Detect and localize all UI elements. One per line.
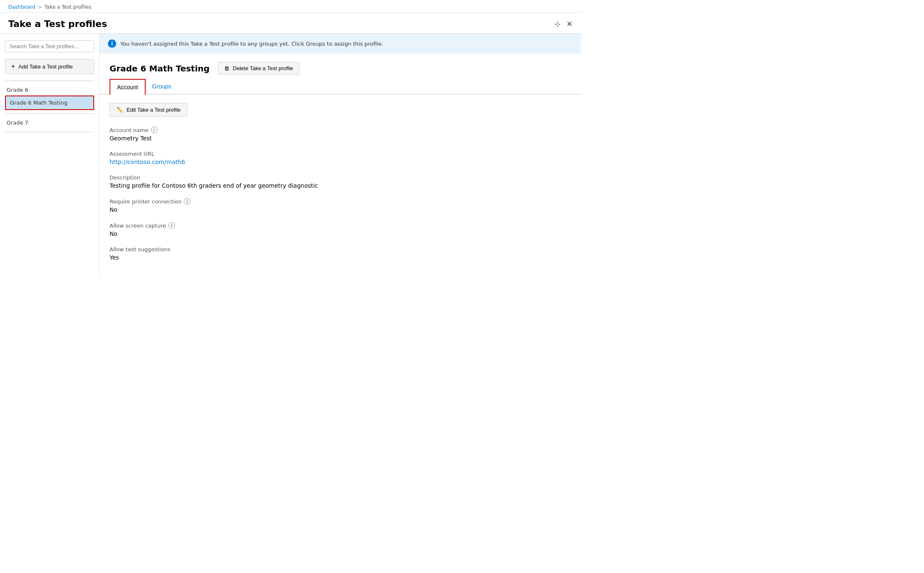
main-layout: + Add Take a Test profile Grade 6 Grade … (0, 33, 581, 278)
edit-icon: ✏️ (117, 107, 123, 113)
add-profile-button[interactable]: + Add Take a Test profile (5, 59, 94, 74)
field-printer-connection: Require printer connection i No (110, 198, 571, 213)
tab-account[interactable]: Account (110, 79, 146, 95)
description-value: Testing profile for Contoso 6th graders … (110, 182, 571, 189)
content-area: i You haven't assigned this Take a Test … (100, 34, 581, 278)
top-bar: Dashboard > Take a Test profiles (0, 0, 581, 13)
sidebar-item-grade6-math[interactable]: Grade 6 Math Testing (5, 96, 94, 110)
sidebar-group-grade7: Grade 7 (5, 117, 94, 128)
field-text-suggestions: Allow text suggestions Yes (110, 246, 571, 261)
field-screen-capture: Allow screen capture i No (110, 222, 571, 237)
field-description: Description Testing profile for Contoso … (110, 174, 571, 189)
breadcrumb: Dashboard > Take a Test profiles (8, 4, 91, 10)
tab-account-label: Account (117, 84, 138, 91)
assessment-url-value[interactable]: http://contoso.com/math6 (110, 159, 185, 165)
pin-icon: ⊹ (554, 20, 561, 28)
trash-icon: 🗑 (224, 65, 229, 71)
sidebar-divider-top (5, 81, 94, 81)
sidebar: + Add Take a Test profile Grade 6 Grade … (0, 34, 100, 278)
page-title: Take a Test profiles (8, 19, 107, 29)
tab-groups[interactable]: Groups (146, 79, 178, 94)
search-input[interactable] (5, 40, 94, 52)
add-profile-label: Add Take a Test profile (18, 64, 73, 70)
printer-connection-label: Require printer connection i (110, 198, 571, 205)
account-name-info-icon: i (151, 127, 158, 133)
field-assessment-url: Assessment URL http://contoso.com/math6 (110, 151, 571, 165)
screen-capture-info-icon: i (168, 222, 175, 229)
delete-profile-button[interactable]: 🗑 Delete Take a Test profile (218, 62, 300, 75)
close-button[interactable]: ✕ (566, 20, 573, 29)
breadcrumb-dashboard-link[interactable]: Dashboard (8, 4, 35, 10)
assessment-url-label: Assessment URL (110, 151, 571, 157)
breadcrumb-current: Take a Test profiles (44, 4, 91, 10)
breadcrumb-separator: > (38, 4, 42, 10)
delete-button-label: Delete Take a Test profile (233, 65, 293, 71)
info-banner-text: You haven't assigned this Take a Test pr… (120, 41, 383, 47)
screen-capture-value: No (110, 230, 571, 237)
profile-title: Grade 6 Math Testing (110, 64, 210, 73)
account-content: ✏️ Edit Take a Test profile Account name… (100, 95, 581, 278)
printer-connection-value: No (110, 206, 571, 213)
info-banner: i You haven't assigned this Take a Test … (100, 34, 581, 54)
sidebar-divider-bottom (5, 132, 94, 132)
text-suggestions-label: Allow text suggestions (110, 246, 571, 252)
account-name-label: Account name i (110, 127, 571, 133)
field-account-name: Account name i Geometry Test (110, 127, 571, 142)
edit-button-label: Edit Take a Test profile (127, 107, 180, 113)
page-title-bar: Take a Test profiles ⊹ ✕ (0, 13, 581, 33)
printer-connection-info-icon: i (184, 198, 190, 205)
tab-groups-label: Groups (152, 83, 171, 90)
pin-button[interactable]: ⊹ (554, 20, 561, 29)
tabs-bar: Account Groups (100, 79, 581, 95)
profile-header: Grade 6 Math Testing 🗑 Delete Take a Tes… (100, 54, 581, 79)
account-name-value: Geometry Test (110, 135, 571, 142)
close-icon: ✕ (566, 20, 573, 28)
sidebar-item-grade6-math-label: Grade 6 Math Testing (10, 100, 68, 106)
info-icon: i (108, 39, 116, 48)
sidebar-group-grade6: Grade 6 (5, 84, 94, 96)
plus-icon: + (11, 63, 15, 70)
description-label: Description (110, 174, 571, 181)
screen-capture-label: Allow screen capture i (110, 222, 571, 229)
sidebar-divider-mid (5, 113, 94, 114)
text-suggestions-value: Yes (110, 254, 571, 261)
edit-profile-button[interactable]: ✏️ Edit Take a Test profile (110, 103, 188, 117)
